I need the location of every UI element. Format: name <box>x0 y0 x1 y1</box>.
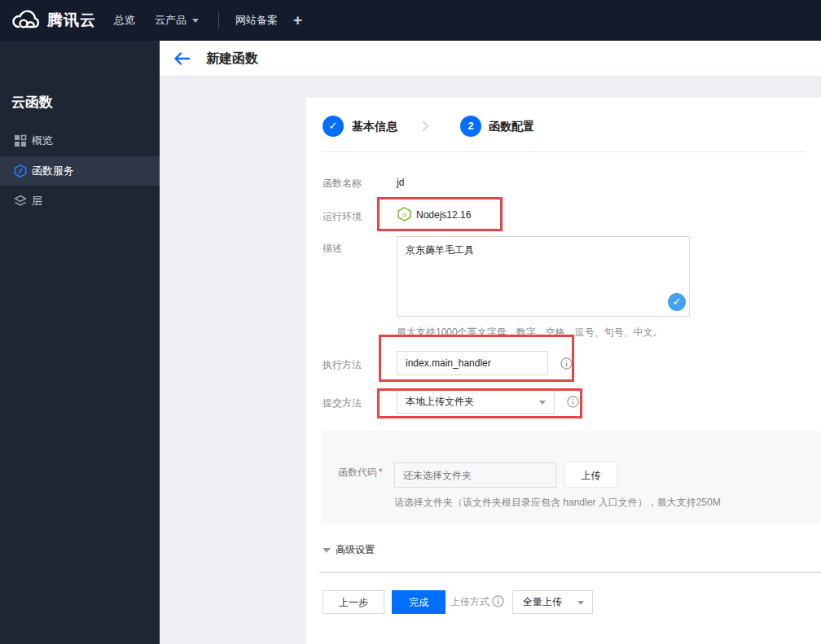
function-code-label-text: 函数代码 <box>338 467 377 478</box>
upload-mode-value: 全量上传 <box>523 591 562 613</box>
upload-button[interactable]: 上传 <box>564 462 617 488</box>
step1-done-badge: ✓ <box>323 116 344 137</box>
submit-method-select[interactable]: 本地上传文件夹 <box>397 390 555 414</box>
steps-divider <box>323 151 805 152</box>
add-nav-tab-button[interactable]: + <box>293 0 302 41</box>
sidebar-item-layers[interactable]: 层 <box>0 186 160 216</box>
upload-mode-info-icon[interactable] <box>492 595 504 607</box>
create-function-card <box>306 98 821 644</box>
sidebar-item-label: 函数服务 <box>32 156 74 186</box>
advanced-settings-label: 高级设置 <box>336 544 375 555</box>
nav-item-website-icp[interactable]: 网站备案 <box>235 0 278 41</box>
back-arrow-icon[interactable] <box>173 50 191 67</box>
chevron-down-icon <box>192 19 199 23</box>
nav-item-overview[interactable]: 总览 <box>114 0 135 41</box>
scf-hexagon-icon <box>14 164 27 177</box>
upload-mode-label-group: 上传方式 <box>450 590 504 614</box>
description-textarea[interactable]: 京东薅羊毛工具 <box>397 236 690 317</box>
nav-divider <box>218 12 219 28</box>
footer-divider <box>319 572 821 573</box>
grid-icon <box>14 134 27 147</box>
svg-text:js: js <box>402 212 407 218</box>
advanced-settings-toggle[interactable]: 高级设置 <box>323 542 375 555</box>
triangle-down-icon <box>323 548 331 553</box>
sidebar-item-function-service[interactable]: 函数服务 <box>0 156 160 186</box>
handler-input[interactable] <box>397 351 548 375</box>
screen: 腾讯云 总览 云产品 网站备案 + 云函数 概览 函数服务 <box>0 0 821 644</box>
submit-method-label: 提交方法 <box>323 396 362 410</box>
handler-label: 执行方法 <box>323 358 362 372</box>
function-code-label: 函数代码* <box>338 466 383 480</box>
nav-item-label: 云产品 <box>155 14 187 26</box>
upload-mode-select[interactable]: 全量上传 <box>512 590 593 614</box>
sidebar-title: 云函数 <box>11 93 53 112</box>
submit-method-value: 本地上传文件夹 <box>406 391 474 413</box>
required-asterisk: * <box>379 467 383 478</box>
handler-info-icon[interactable] <box>560 357 573 370</box>
nav-item-cloud-products[interactable]: 云产品 <box>155 0 199 41</box>
page-header <box>160 41 821 77</box>
tencent-cloud-logo-icon <box>11 10 42 31</box>
nodejs-icon: js <box>397 207 411 221</box>
layers-icon <box>14 195 27 208</box>
runtime-value: Nodejs12.16 <box>416 209 471 221</box>
upload-mode-label: 上传方式 <box>450 596 490 607</box>
runtime-label: 运行环境 <box>323 210 362 224</box>
step2-label: 函数配置 <box>489 116 534 137</box>
topbar: 腾讯云 总览 云产品 网站备案 + <box>0 0 821 41</box>
sidebar-item-overview[interactable]: 概览 <box>0 126 160 156</box>
function-name-label: 函数名称 <box>323 177 362 191</box>
step1-label: 基本信息 <box>352 116 397 137</box>
valid-check-badge: ✓ <box>668 293 686 311</box>
folder-path-input[interactable] <box>394 462 556 488</box>
finish-button[interactable]: 完成 <box>392 590 446 614</box>
submit-method-info-icon[interactable] <box>567 396 579 408</box>
page-title: 新建函数 <box>206 41 258 76</box>
sidebar-item-label: 层 <box>32 186 42 216</box>
function-name-value: jd <box>397 177 404 188</box>
chevron-down-icon <box>539 401 546 405</box>
step2-number-badge: 2 <box>460 116 481 137</box>
description-label: 描述 <box>323 242 342 256</box>
function-code-hint: 请选择文件夹（该文件夹根目录应包含 handler 入口文件），最大支持250M <box>394 496 721 510</box>
sidebar-item-label: 概览 <box>32 126 53 156</box>
chevron-down-icon <box>577 601 584 605</box>
step-chevron-icon <box>421 120 429 132</box>
sidebar: 云函数 概览 函数服务 层 <box>0 41 160 644</box>
description-hint: 最大支持1000个英文字母，数字，空格，逗号、句号、中文。 <box>397 326 663 340</box>
brand-name: 腾讯云 <box>47 0 96 41</box>
previous-step-button[interactable]: 上一步 <box>323 590 384 614</box>
